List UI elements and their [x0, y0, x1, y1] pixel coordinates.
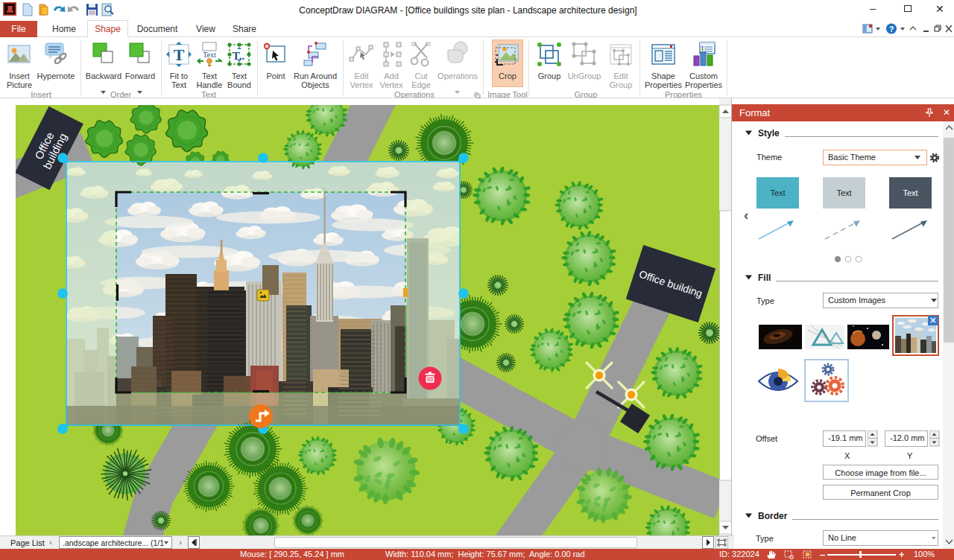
- svg-text:?: ?: [889, 25, 894, 34]
- svg-text:Text: Text: [203, 51, 216, 59]
- svg-text:T: T: [174, 45, 185, 64]
